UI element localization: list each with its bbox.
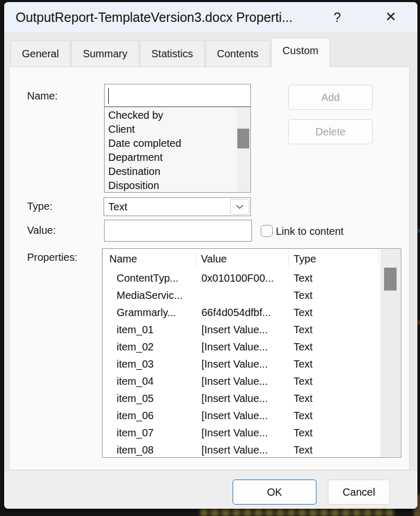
table-row[interactable]: item_02[Insert Value...Text (103, 338, 380, 356)
list-item[interactable]: Department (105, 150, 236, 165)
custom-tab-panel: Name: Checked byClientDate completedDepa… (9, 67, 410, 470)
type-label: Type: (27, 200, 53, 212)
property-name-cell: MediaServic... (117, 287, 183, 304)
column-header-value[interactable]: Value (201, 249, 227, 268)
screen: OutputReport-TemplateVersion3.docx Prope… (0, 0, 420, 516)
property-type-cell: Text (294, 356, 313, 373)
property-type-cell: Text (294, 304, 313, 321)
property-value-cell: [Insert Value... (201, 321, 268, 338)
table-row[interactable]: ContentTyp...0x010100F00...Text (103, 270, 380, 287)
table-row[interactable]: MediaServic...Text (103, 287, 380, 304)
list-item[interactable]: Date completed (105, 136, 236, 150)
table-row[interactable]: item_06[Insert Value...Text (103, 407, 380, 424)
property-name-cell: item_07 (117, 424, 154, 442)
property-value-cell: [Insert Value... (201, 356, 268, 373)
property-value-cell: 66f4d054dfbf... (201, 304, 271, 321)
list-scrollbar-thumb[interactable] (237, 129, 249, 148)
list-item[interactable]: Checked by (105, 108, 236, 122)
tab-contents[interactable]: Contents (206, 41, 270, 67)
column-divider (378, 250, 379, 266)
table-row[interactable]: item_01[Insert Value...Text (103, 321, 380, 338)
close-button[interactable]: ✕ (375, 2, 407, 32)
link-to-content-label: Link to content (276, 225, 343, 237)
property-type-cell: Text (294, 287, 313, 304)
background-app-text-blur (200, 508, 394, 516)
property-value-cell: [Insert Value... (201, 407, 268, 424)
property-type-cell: Text (294, 390, 313, 407)
list-item[interactable]: Destination (105, 165, 236, 179)
add-button[interactable]: Add (288, 85, 373, 110)
dialog-title: OutputReport-TemplateVersion3.docx Prope… (16, 2, 292, 32)
background-app-speck (417, 229, 420, 233)
table-row[interactable]: item_05[Insert Value...Text (103, 390, 380, 407)
dropdown-button[interactable] (230, 199, 249, 215)
title-bar[interactable]: OutputReport-TemplateVersion3.docx Prope… (4, 2, 417, 32)
link-to-content-checkbox[interactable] (261, 225, 273, 237)
column-divider (288, 250, 289, 266)
property-name-cell: Grammarly... (117, 304, 176, 321)
tab-custom[interactable]: Custom (271, 38, 330, 67)
tab-general[interactable]: General (10, 41, 70, 67)
property-type-cell: Text (294, 373, 313, 390)
text-caret (108, 88, 109, 104)
cancel-button[interactable]: Cancel (328, 480, 390, 505)
chevron-down-icon (236, 205, 244, 209)
property-name-cell: item_03 (117, 356, 154, 373)
column-divider (196, 250, 196, 266)
table-row[interactable]: item_08[Insert Value...Text (103, 442, 380, 458)
value-label: Value: (27, 224, 56, 236)
type-dropdown[interactable]: Text (104, 197, 251, 216)
properties-label: Properties: (27, 251, 78, 263)
property-type-cell: Text (294, 442, 313, 458)
property-name-cell: item_06 (117, 407, 154, 424)
property-type-cell: Text (294, 270, 313, 287)
name-input[interactable] (104, 84, 251, 107)
table-scrollbar-thumb[interactable] (384, 268, 397, 291)
property-type-cell: Text (294, 424, 313, 442)
name-label: Name: (27, 90, 58, 102)
ok-button[interactable]: OK (233, 480, 316, 505)
value-input[interactable] (104, 220, 252, 242)
table-scrollbar[interactable] (380, 249, 400, 457)
list-scrollbar[interactable] (237, 108, 250, 192)
table-row[interactable]: item_07[Insert Value...Text (103, 424, 380, 442)
property-type-cell: Text (294, 321, 313, 338)
tab-statistics[interactable]: Statistics (140, 41, 205, 67)
list-item[interactable]: Disposition (105, 179, 236, 193)
property-value-cell: 0x010100F00... (201, 270, 274, 287)
background-app-speck (417, 321, 420, 324)
property-name-cell: item_02 (117, 338, 154, 356)
property-value-cell: [Insert Value... (201, 390, 268, 407)
property-name-cell: item_04 (117, 373, 154, 390)
table-row[interactable]: item_03[Insert Value...Text (103, 356, 380, 373)
type-selected-value: Text (108, 198, 128, 216)
property-name-cell: item_01 (117, 321, 154, 338)
name-suggestion-list: Checked byClientDate completedDepartment… (104, 107, 251, 193)
property-value-cell: [Insert Value... (201, 442, 268, 458)
properties-table: Name Value Type ContentTyp...0x010100F00… (102, 248, 401, 458)
tab-bar: GeneralSummaryStatisticsContentsCustom (10, 39, 331, 67)
property-name-cell: ContentTyp... (117, 270, 179, 287)
property-type-cell: Text (294, 407, 313, 424)
property-name-cell: item_08 (117, 442, 154, 458)
tab-summary[interactable]: Summary (71, 41, 139, 67)
delete-button[interactable]: Delete (288, 119, 373, 144)
property-value-cell: [Insert Value... (201, 338, 268, 356)
list-item[interactable]: Client (105, 122, 236, 136)
property-value-cell: [Insert Value... (201, 424, 268, 442)
column-header-type[interactable]: Type (294, 249, 316, 268)
property-type-cell: Text (294, 338, 313, 356)
table-row[interactable]: Grammarly...66f4d054dfbf...Text (103, 304, 380, 321)
table-row[interactable]: item_04[Insert Value...Text (103, 373, 380, 390)
property-name-cell: item_05 (117, 390, 154, 407)
properties-dialog: OutputReport-TemplateVersion3.docx Prope… (4, 2, 417, 509)
property-value-cell: [Insert Value... (201, 373, 268, 390)
column-header-name[interactable]: Name (109, 249, 137, 268)
help-button[interactable]: ? (325, 2, 350, 32)
